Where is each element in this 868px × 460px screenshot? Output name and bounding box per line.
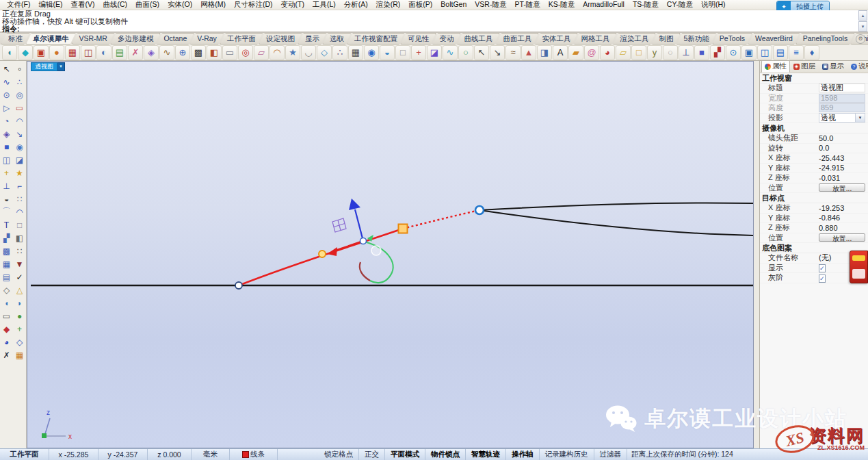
- tool-icon[interactable]: ◧: [207, 45, 222, 60]
- side-tool-icon[interactable]: +: [0, 166, 13, 179]
- side-tool-icon[interactable]: +: [13, 322, 26, 335]
- side-tool-icon[interactable]: ◆: [0, 322, 13, 335]
- menu-item[interactable]: 工具(L): [308, 0, 340, 8]
- tool-icon[interactable]: ▦: [348, 45, 363, 60]
- control-point-square[interactable]: [399, 225, 408, 233]
- side-tool-icon[interactable]: ◪: [13, 153, 26, 166]
- tool-icon[interactable]: ⊥: [679, 45, 694, 60]
- tool-icon[interactable]: ▦: [65, 45, 80, 60]
- toolbar-tab[interactable]: V-Ray: [190, 33, 224, 44]
- viewport-title-tab[interactable]: 透视图 ▼: [31, 62, 65, 71]
- side-tool-icon[interactable]: ▼: [13, 257, 26, 270]
- lower-curve[interactable]: [479, 210, 753, 235]
- tool-icon[interactable]: ▲: [521, 45, 536, 60]
- toolbar-tab[interactable]: 可见性: [401, 33, 436, 44]
- target-x-value[interactable]: -19.253: [819, 204, 865, 212]
- gumball-z-axis[interactable]: [355, 209, 363, 241]
- side-tool-icon[interactable]: ◇: [0, 283, 13, 296]
- toolbar-tab[interactable]: 选取: [323, 33, 351, 44]
- wallpaper-gray-checkbox[interactable]: ✓: [819, 274, 826, 283]
- wallpaper-show-checkbox[interactable]: ✓: [819, 264, 826, 272]
- viewport-title[interactable]: 透视图: [31, 62, 57, 71]
- tool-icon[interactable]: ∴: [332, 45, 347, 60]
- status-toggle[interactable]: 平面模式: [385, 449, 425, 460]
- viewport-canvas[interactable]: x z: [27, 62, 753, 448]
- tool-icon[interactable]: ▤: [112, 45, 127, 60]
- focal-value[interactable]: 50.0: [819, 134, 865, 142]
- side-tool-icon[interactable]: ◒: [0, 192, 13, 205]
- side-tool-icon[interactable]: △: [13, 283, 26, 296]
- gumball-z-arrow-icon[interactable]: [349, 199, 360, 210]
- menu-item[interactable]: 文件(F): [3, 0, 34, 8]
- toolbar-tab[interactable]: 显示: [298, 33, 326, 44]
- side-tool-icon[interactable]: ⌐: [13, 179, 26, 192]
- units-pane[interactable]: 毫米: [192, 449, 230, 460]
- side-tool-icon[interactable]: ⊥: [0, 179, 13, 192]
- tool-icon[interactable]: ◫: [757, 45, 772, 60]
- status-toggle[interactable]: 智慧轨迹: [466, 449, 506, 460]
- tool-icon[interactable]: ○: [663, 45, 678, 60]
- menu-item[interactable]: PT-随意: [510, 0, 544, 8]
- toolbar-tab[interactable]: 标准: [1, 33, 29, 44]
- toolbar-tab[interactable]: 实体工具: [535, 33, 577, 44]
- tool-icon[interactable]: ▣: [34, 45, 49, 60]
- status-toggle[interactable]: 记录建构历史: [540, 449, 594, 460]
- menu-item[interactable]: 变动(T): [277, 0, 308, 8]
- upper-curve[interactable]: [479, 203, 753, 210]
- toolbox-icon[interactable]: [850, 251, 868, 283]
- side-tool-icon[interactable]: ⊙: [0, 88, 13, 101]
- target-place-button[interactable]: 放置...: [819, 233, 865, 242]
- tool-icon[interactable]: ◒: [380, 45, 395, 60]
- menu-item[interactable]: 面板(P): [404, 0, 436, 8]
- tool-icon[interactable]: y: [647, 45, 662, 60]
- control-point-start[interactable]: [235, 282, 242, 289]
- side-tool-icon[interactable]: ∿: [0, 75, 13, 88]
- tool-icon[interactable]: ≡: [789, 45, 804, 60]
- tool-icon[interactable]: ⊕: [175, 45, 190, 60]
- camera-place-button[interactable]: 放置...: [819, 183, 865, 192]
- side-tool-icon[interactable]: ◈: [0, 127, 13, 140]
- side-tool-icon[interactable]: ▭: [13, 101, 26, 114]
- tabs-gear-icon[interactable]: ⚙: [856, 34, 865, 44]
- toolbar-tab[interactable]: 制图: [652, 33, 680, 44]
- status-toggle[interactable]: 过滤器: [594, 449, 628, 460]
- tool-icon[interactable]: ▰: [568, 45, 583, 60]
- toolbar-tab[interactable]: 曲面工具: [496, 33, 538, 44]
- side-tool-icon[interactable]: ▷: [0, 101, 13, 114]
- wallpaper-file-value[interactable]: (无): [819, 253, 853, 263]
- scroll-up-icon[interactable]: ▲: [858, 10, 867, 21]
- target-z-value[interactable]: 0.880: [819, 224, 865, 232]
- side-tool-icon[interactable]: ★: [13, 166, 26, 179]
- side-tool-icon[interactable]: ●: [13, 309, 26, 322]
- toolbar-tab[interactable]: WeaverBird: [748, 33, 800, 44]
- tool-icon[interactable]: ■: [694, 45, 709, 60]
- menu-item[interactable]: 编辑(E): [34, 0, 66, 8]
- rotation-value[interactable]: 0.0: [819, 144, 865, 152]
- side-tool-icon[interactable]: ▭: [0, 309, 13, 322]
- toolbar-tab[interactable]: Octane: [157, 33, 194, 44]
- menu-item[interactable]: ArmadilloFull: [579, 0, 629, 8]
- side-tool-icon[interactable]: ◖: [0, 296, 13, 309]
- tool-icon[interactable]: ◎: [238, 45, 253, 60]
- side-tool-icon[interactable]: ◔: [0, 114, 13, 127]
- camera-y-value[interactable]: -24.915: [819, 164, 865, 172]
- target-y-value[interactable]: -0.846: [819, 214, 865, 222]
- perspective-viewport[interactable]: 透视图 ▼: [27, 61, 754, 448]
- side-tool-icon[interactable]: ∷: [13, 192, 26, 205]
- gumball-x-axis[interactable]: [335, 241, 363, 251]
- gumball-x-arrow-icon[interactable]: [327, 247, 337, 256]
- tab-help[interactable]: ? 说明: [847, 60, 868, 73]
- tool-icon[interactable]: ◐: [96, 45, 111, 60]
- side-tool-icon[interactable]: ✗: [0, 348, 13, 361]
- side-tool-icon[interactable]: □: [13, 218, 26, 231]
- tool-icon[interactable]: ▱: [254, 45, 269, 60]
- title-field[interactable]: 透视图: [819, 84, 865, 92]
- tool-icon[interactable]: ▱: [616, 45, 631, 60]
- menu-item[interactable]: VSR-随意: [471, 0, 510, 8]
- tool-icon[interactable]: ◠: [269, 45, 285, 60]
- tool-icon[interactable]: ↘: [490, 45, 505, 60]
- tool-icon[interactable]: A: [553, 45, 568, 60]
- tool-icon[interactable]: ◨: [537, 45, 552, 60]
- side-tool-icon[interactable]: ▦: [0, 257, 13, 270]
- tool-icon[interactable]: ▩: [191, 45, 206, 60]
